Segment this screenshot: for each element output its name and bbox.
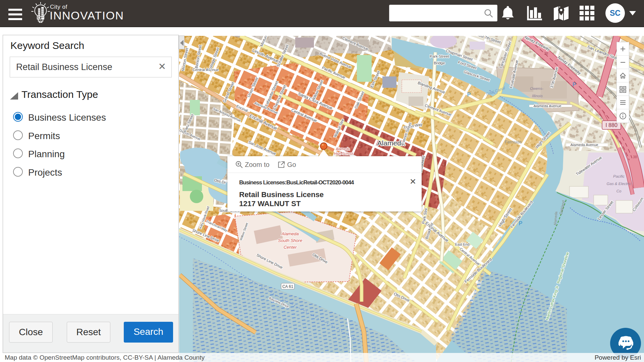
svg-text:Center: Center — [283, 245, 297, 250]
svg-text:Fernside: Fernside — [505, 139, 522, 144]
svg-text:Bridge: Bridge — [434, 61, 445, 65]
svg-text:P: P — [519, 221, 523, 226]
svg-text:South Shore: South Shore — [278, 238, 302, 243]
svg-text:Pacific: Pacific — [613, 174, 625, 178]
svg-text:Alameda Avenue: Alameda Avenue — [534, 104, 561, 108]
svg-text:I 880: I 880 — [605, 122, 618, 128]
svg-text:P: P — [467, 92, 471, 98]
svg-text:East End: East End — [455, 242, 470, 246]
svg-text:Co: Co — [616, 189, 622, 193]
svg-text:Alameda: Alameda — [281, 231, 299, 236]
svg-text:Alameda Avenue: Alameda Avenue — [571, 143, 598, 147]
svg-text:P: P — [573, 82, 576, 87]
svg-text:Alameda: Alameda — [335, 147, 350, 151]
svg-text:Illinois: Illinois — [532, 94, 543, 98]
svg-text:38: 38 — [633, 155, 637, 159]
svg-text:38: 38 — [544, 51, 548, 55]
svg-text:Owens-: Owens- — [530, 86, 543, 90]
svg-text:High School: High School — [334, 152, 353, 156]
svg-text:CA 61: CA 61 — [282, 284, 293, 289]
svg-text:Park Street: Park Street — [430, 54, 449, 58]
svg-text:Gas & Electric: Gas & Electric — [607, 182, 631, 186]
